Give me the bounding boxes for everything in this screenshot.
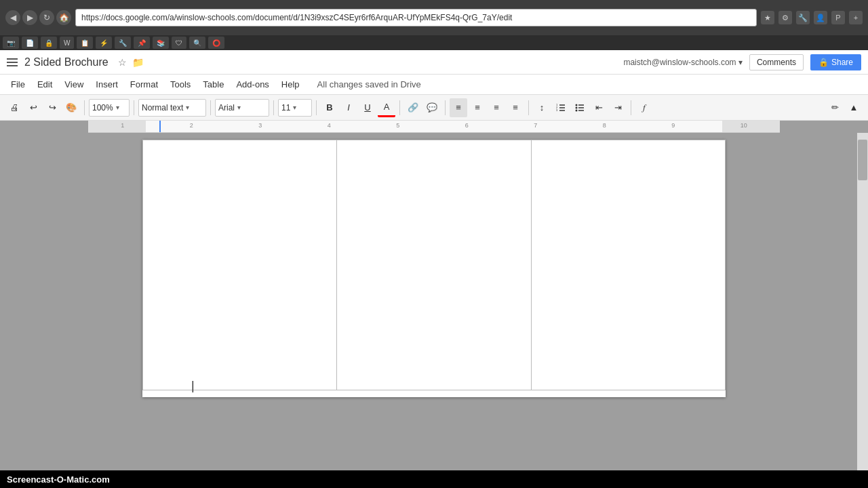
menu-table[interactable]: Table	[197, 77, 229, 92]
ext-item-1[interactable]: 📷	[3, 37, 19, 49]
nav-buttons: ◀ ▶ ↻ 🏠	[5, 10, 71, 25]
menu-edit[interactable]: Edit	[32, 77, 58, 92]
zoom-value: 100%	[92, 103, 113, 113]
font-arrow: ▾	[237, 104, 241, 111]
font-size-select[interactable]: 11 ▾	[278, 99, 312, 117]
ext-item-12[interactable]: ⭕	[208, 37, 224, 49]
extensions-icon[interactable]: 🔧	[796, 11, 810, 24]
menu-addons[interactable]: Add-ons	[231, 77, 274, 92]
redo-button[interactable]: ↪	[43, 98, 61, 117]
bookmark-icon[interactable]: ★	[761, 11, 774, 24]
separator-7	[445, 100, 446, 115]
menu-view[interactable]: View	[59, 77, 89, 92]
header-right: maistch@winslow-schools.com ▾ Comments 🔒…	[623, 54, 861, 70]
separator-9	[631, 100, 631, 115]
menu-insert[interactable]: Insert	[90, 77, 123, 92]
align-center-button[interactable]: ≡	[469, 98, 486, 117]
scrollbar-thumb[interactable]	[858, 140, 867, 180]
bottom-bar: Screencast-O-Matic.com	[0, 470, 868, 488]
page-table	[142, 140, 726, 390]
user-email[interactable]: maistch@winslow-schools.com ▾	[623, 58, 743, 67]
extension-bar: 📷 📄 🔒 W 📋 ⚡ 🔧 📌 📚 🛡 🔍 ⭕	[0, 35, 868, 50]
decrease-indent-button[interactable]: ⇤	[590, 98, 608, 117]
extra-icon[interactable]: +	[849, 11, 863, 24]
align-justify-button[interactable]: ≡	[507, 98, 524, 117]
italic-button[interactable]: I	[340, 98, 357, 117]
refresh-button[interactable]: ↻	[39, 10, 54, 25]
scrollbar-track[interactable]	[857, 133, 868, 470]
app-header: 2 Sided Brochure ☆ 📁 maistch@winslow-sch…	[0, 50, 868, 75]
back-button[interactable]: ◀	[5, 10, 20, 25]
ext-item-4[interactable]: W	[60, 37, 74, 49]
ext-item-6[interactable]: ⚡	[96, 37, 112, 49]
svg-point-6	[576, 104, 578, 106]
browser-icons: ★ ⚙ 🔧 👤 P +	[761, 11, 863, 24]
ext-item-2[interactable]: 📄	[22, 37, 38, 49]
url-text: https://docs.google.com/a/winslow-school…	[81, 13, 512, 22]
ext-item-5[interactable]: 📋	[77, 37, 93, 49]
numbered-list-icon: 123	[555, 103, 566, 113]
page-container[interactable]: |	[88, 133, 780, 470]
menu-tools[interactable]: Tools	[165, 77, 196, 92]
separator-4	[273, 100, 274, 115]
ext-item-10[interactable]: 🛡	[172, 37, 186, 49]
menu-file[interactable]: File	[5, 77, 31, 92]
svg-point-8	[576, 109, 578, 111]
profile-icon[interactable]: 👤	[814, 11, 827, 24]
star-icon[interactable]: ☆	[118, 57, 127, 68]
table-cell-1[interactable]	[143, 140, 337, 390]
sidebar-toggle-button[interactable]	[7, 56, 19, 68]
pen-tool-button[interactable]: ✏	[826, 98, 844, 117]
table-cell-2[interactable]	[337, 140, 531, 390]
print-button[interactable]: 🖨	[5, 98, 23, 117]
folder-icon[interactable]: 📁	[132, 57, 144, 68]
more-tools-button[interactable]: ▲	[845, 98, 863, 117]
text-color-button[interactable]: A	[378, 98, 395, 117]
font-select[interactable]: Arial ▾	[215, 99, 269, 117]
align-left-button[interactable]: ≡	[450, 98, 467, 117]
separator-5	[316, 100, 317, 115]
align-right-button[interactable]: ≡	[488, 98, 505, 117]
comments-button[interactable]: Comments	[749, 54, 804, 70]
ext-item-9[interactable]: 📚	[153, 37, 169, 49]
menu-format[interactable]: Format	[125, 77, 163, 92]
address-bar[interactable]: https://docs.google.com/a/winslow-school…	[75, 9, 757, 26]
zoom-arrow: ▾	[116, 104, 119, 111]
browser-chrome: ◀ ▶ ↻ 🏠 https://docs.google.com/a/winslo…	[0, 0, 868, 35]
numbered-list-button[interactable]: 123	[552, 98, 570, 117]
paint-format-button[interactable]: 🎨	[62, 98, 80, 117]
home-button[interactable]: 🏠	[56, 10, 71, 25]
ext-item-7[interactable]: 🔧	[115, 37, 131, 49]
bullet-list-button[interactable]	[571, 98, 589, 117]
toolbar: 🖨 ↩ ↪ 🎨 100% ▾ Normal text ▾ Arial ▾ 11 …	[0, 95, 868, 121]
underline-button[interactable]: U	[359, 98, 376, 117]
ext-item-8[interactable]: 📌	[134, 37, 150, 49]
ext-item-11[interactable]: 🔍	[189, 37, 205, 49]
document-page[interactable]: |	[142, 140, 726, 397]
table-cell-3[interactable]	[531, 140, 725, 390]
share-button[interactable]: 🔒 Share	[810, 54, 861, 70]
separator-2	[134, 100, 134, 115]
bold-button[interactable]: B	[321, 98, 338, 117]
menu-help[interactable]: Help	[276, 77, 305, 92]
undo-button[interactable]: ↩	[24, 98, 42, 117]
document-area: |	[0, 133, 868, 470]
zoom-select[interactable]: 100% ▾	[89, 99, 130, 117]
forward-button[interactable]: ▶	[22, 10, 37, 25]
line-spacing-button[interactable]: ↕	[533, 98, 551, 117]
formula-button[interactable]: 𝑓	[635, 98, 653, 117]
document-title[interactable]: 2 Sided Brochure	[24, 56, 108, 68]
settings-icon[interactable]: ⚙	[778, 11, 792, 24]
style-select[interactable]: Normal text ▾	[138, 99, 206, 117]
screencast-label: Screencast-O-Matic.com	[7, 474, 110, 485]
increase-indent-button[interactable]: ⇥	[609, 98, 627, 117]
pinterest-icon[interactable]: P	[831, 11, 845, 24]
left-margin	[0, 133, 88, 470]
size-value: 11	[281, 103, 290, 113]
bullet-list-icon	[574, 103, 585, 113]
ext-item-3[interactable]: 🔒	[41, 37, 57, 49]
svg-text:3: 3	[556, 108, 558, 112]
link-button[interactable]: 🔗	[404, 98, 422, 117]
comment-button[interactable]: 💬	[423, 98, 441, 117]
style-value: Normal text	[142, 103, 183, 113]
